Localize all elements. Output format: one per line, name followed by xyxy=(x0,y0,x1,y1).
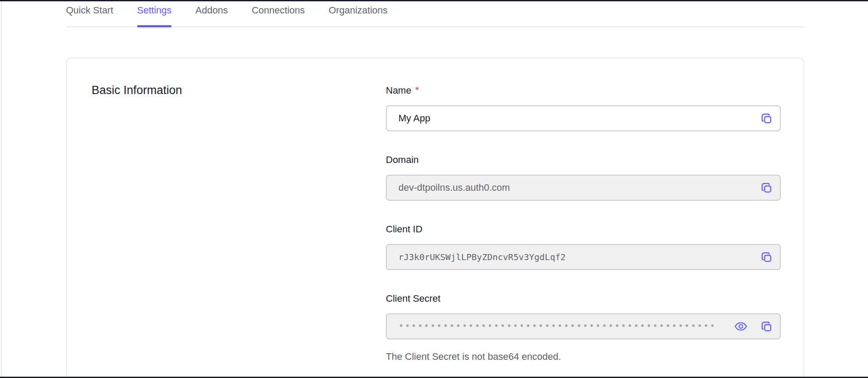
name-input[interactable] xyxy=(398,106,728,130)
copy-client-secret-button[interactable] xyxy=(760,320,773,333)
client-secret-masked-value: ••••••••••••••••••••••••••••••••••••••••… xyxy=(398,320,716,331)
copy-icon xyxy=(760,320,773,333)
tab-addons[interactable]: Addons xyxy=(195,1,228,26)
tab-label: Settings xyxy=(137,5,172,16)
client-id-field-actions xyxy=(760,251,773,264)
left-page-edge xyxy=(1,1,2,377)
required-asterisk: * xyxy=(415,85,419,95)
client-id-field-group: Client ID rJ3k0rUKSWjlLPByZDncvR5v3YgdLq… xyxy=(386,224,781,270)
tab-settings[interactable]: Settings xyxy=(137,1,172,26)
section-title: Basic Information xyxy=(92,83,182,98)
tab-label: Organizations xyxy=(329,5,388,16)
client-secret-helper-text: The Client Secret is not base64 encoded. xyxy=(386,351,781,363)
domain-field-group: Domain dev-dtpoilns.us.auth0.com xyxy=(386,154,781,201)
application-tabs: Quick Start Settings Addons Connections … xyxy=(66,1,804,27)
client-id-label-row: Client ID xyxy=(386,224,781,235)
name-label-row: Name * xyxy=(386,85,781,96)
name-field-actions xyxy=(760,112,773,125)
eye-icon xyxy=(734,319,748,333)
tab-organizations[interactable]: Organizations xyxy=(329,1,388,26)
domain-field-actions xyxy=(760,181,773,194)
name-label: Name xyxy=(386,85,411,96)
tab-connections[interactable]: Connections xyxy=(252,1,305,26)
client-secret-label-row: Client Secret xyxy=(386,293,781,304)
client-secret-field: ••••••••••••••••••••••••••••••••••••••••… xyxy=(386,313,781,339)
client-secret-field-actions xyxy=(734,319,773,333)
name-field xyxy=(386,105,781,131)
top-window-edge xyxy=(0,0,868,1)
domain-value: dev-dtpoilns.us.auth0.com xyxy=(398,182,510,193)
client-id-label: Client ID xyxy=(386,224,422,235)
tab-label: Addons xyxy=(195,5,228,16)
client-secret-field-group: Client Secret ••••••••••••••••••••••••••… xyxy=(386,293,781,363)
tab-label: Connections xyxy=(252,5,305,16)
copy-domain-button[interactable] xyxy=(760,181,773,194)
copy-client-id-button[interactable] xyxy=(760,251,773,264)
tab-quick-start[interactable]: Quick Start xyxy=(66,1,113,26)
domain-label-row: Domain xyxy=(386,154,781,166)
settings-card: Basic Information Name * xyxy=(66,58,804,378)
client-secret-label: Client Secret xyxy=(386,293,441,304)
copy-icon xyxy=(760,112,773,125)
client-id-field: rJ3k0rUKSWjlLPByZDncvR5v3YgdLqf2 xyxy=(386,244,781,270)
active-tab-indicator xyxy=(137,25,172,27)
domain-field: dev-dtpoilns.us.auth0.com xyxy=(386,175,781,201)
copy-name-button[interactable] xyxy=(760,112,773,125)
domain-label: Domain xyxy=(386,154,419,166)
copy-icon xyxy=(760,251,773,264)
tab-label: Quick Start xyxy=(66,5,113,16)
copy-icon xyxy=(760,181,773,194)
reveal-client-secret-button[interactable] xyxy=(734,319,748,333)
name-field-group: Name * xyxy=(386,85,781,131)
client-id-value: rJ3k0rUKSWjlLPByZDncvR5v3YgdLqf2 xyxy=(398,252,566,262)
basic-information-form: Name * xyxy=(386,85,781,378)
